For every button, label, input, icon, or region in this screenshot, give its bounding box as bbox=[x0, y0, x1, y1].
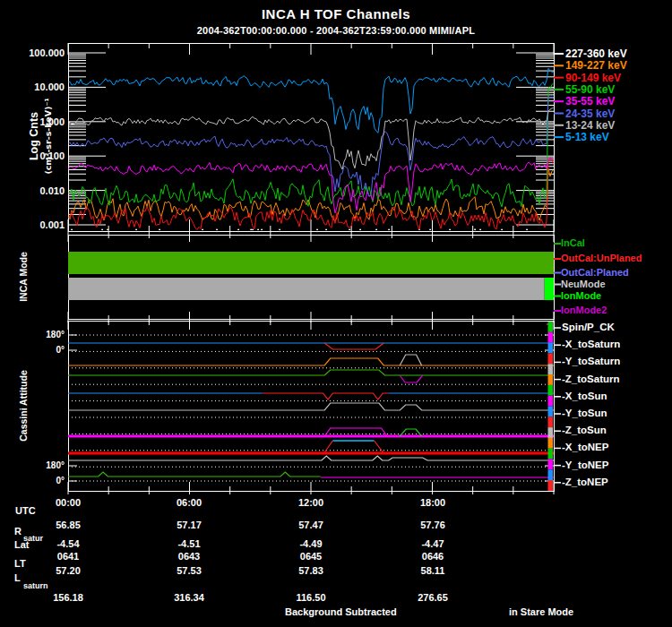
flux-legend-149-227 keV: 149-227 keV bbox=[565, 60, 627, 71]
ephemeris-row-sublabel-L: saturn bbox=[23, 582, 48, 590]
ephemeris-value: 57.83 bbox=[298, 566, 323, 576]
ephemeris-value: -4.51 bbox=[177, 539, 200, 549]
flux-ytick-label: 0.010 bbox=[39, 186, 65, 196]
mode-band-upper bbox=[68, 252, 554, 274]
attitude-trace--Z_toSaturn-segment bbox=[400, 375, 423, 382]
flux-trace-5-13 keV bbox=[68, 68, 554, 133]
flux-trace-227-360 keV bbox=[359, 229, 361, 231]
panel-flux-border bbox=[69, 44, 555, 232]
mode-legend-OutCal:Planed: OutCal:Planed bbox=[561, 268, 629, 278]
attitude-trace--Z_toNEP bbox=[68, 456, 554, 460]
attitude-edge-strip bbox=[548, 364, 554, 374]
flux-ytick-label: 0.100 bbox=[39, 151, 65, 161]
flux-ytick-label: 10.000 bbox=[34, 82, 65, 92]
flux-legend-5-13 keV: 5-13 keV bbox=[565, 132, 609, 142]
flux-trace-227-360 keV bbox=[375, 229, 377, 231]
utc-tick-label: 18:00 bbox=[420, 498, 445, 508]
attitude-edge-strip bbox=[548, 469, 554, 480]
flux-ytick-label: 0.001 bbox=[39, 220, 65, 230]
attitude-trace--Z_toSaturn bbox=[68, 370, 554, 375]
flux-trace-227-360 keV bbox=[349, 229, 350, 231]
ephemeris-value: 57.17 bbox=[177, 520, 202, 530]
attitude-edge-strip bbox=[548, 322, 554, 332]
utc-tick-label: 06:00 bbox=[177, 498, 202, 508]
attitude-ytick-label: 0° bbox=[56, 477, 65, 485]
ephemeris-value: 57.20 bbox=[56, 566, 81, 576]
attitude-ytick-label: 0° bbox=[56, 346, 65, 355]
ephemeris-row-label-L: L bbox=[14, 573, 21, 583]
ephemeris-value: 57.76 bbox=[420, 520, 445, 530]
attitude-trace--Z_toNEP-green bbox=[68, 472, 321, 477]
utc-tick-label: 00:00 bbox=[56, 498, 81, 508]
attitude-edge-strip bbox=[548, 449, 554, 460]
attitude-trace--X_toSun bbox=[263, 393, 389, 399]
flux-trace-227-360 keV bbox=[71, 229, 73, 231]
mode-legend-OutCal:UnPlaned: OutCal:UnPlaned bbox=[561, 253, 642, 263]
flux-ytick-label: 1.000 bbox=[39, 117, 65, 127]
flux-trace-227-360 keV bbox=[279, 229, 280, 231]
attitude-legend-Spin/P_CK: Spin/P_CK bbox=[562, 322, 615, 333]
attitude-trace--Y_toSaturn bbox=[68, 358, 554, 365]
flux-trace-227-360 keV bbox=[159, 229, 160, 231]
flux-trace-227-360 keV bbox=[252, 229, 254, 231]
flux-trace-227-360 keV bbox=[474, 229, 476, 231]
flux-trace-227-360 keV bbox=[429, 229, 431, 231]
flux-legend-35-55 keV: 35-55 keV bbox=[565, 96, 615, 107]
ephemeris-value: 156.18 bbox=[53, 593, 83, 603]
flux-trace-227-360 keV bbox=[526, 229, 528, 231]
flux-trace-227-360 keV bbox=[388, 229, 390, 231]
attitude-legend--Z_toNEP: -Z_toNEP bbox=[562, 477, 608, 488]
ephemeris-value: 57.53 bbox=[177, 566, 202, 576]
footer-mode-note: in Stare Mode bbox=[509, 607, 573, 617]
attitude-edge-strip bbox=[548, 385, 554, 396]
flux-trace-227-360 keV bbox=[501, 229, 503, 231]
flux-trace-227-360 keV bbox=[325, 229, 327, 231]
flux-legend-13-24 keV: 13-24 keV bbox=[565, 120, 615, 131]
attitude-legend--Z_toSun: -Z_toSun bbox=[562, 425, 607, 436]
attitude-trace--Y_toSaturn-segment bbox=[400, 355, 421, 365]
flux-legend-227-360 keV: 227-360 keV bbox=[565, 48, 627, 59]
attitude-edge-strip bbox=[548, 407, 554, 417]
attitude-edge-strip bbox=[548, 417, 554, 427]
mode-legend-NeuMode: NeuMode bbox=[561, 279, 606, 289]
flux-legend-90-149 keV: 90-149 keV bbox=[565, 73, 621, 83]
attitude-ytick-label: 180° bbox=[46, 461, 65, 470]
flux-legend-55-90 keV: 55-90 keV bbox=[565, 84, 615, 95]
page-title: INCA H TOF Channels bbox=[262, 7, 410, 21]
flux-trace-227-360 keV bbox=[250, 229, 252, 231]
flux-trace-227-360 keV bbox=[316, 229, 318, 231]
mode-legend-InCal: InCal bbox=[561, 238, 585, 248]
attitude-trace--Y_toSun bbox=[68, 403, 554, 410]
flux-y-axis-label: Log Cnts bbox=[29, 112, 40, 160]
flux-trace-55-90 keV bbox=[68, 83, 554, 207]
attitude-edge-strip bbox=[548, 438, 554, 449]
ephemeris-value: 56.85 bbox=[56, 520, 81, 530]
mode-y-axis-label: INCA Mode bbox=[19, 252, 29, 302]
attitude-edge-strip bbox=[548, 343, 554, 354]
flux-y-axis-units: (cm²-sr-s-keV)⁻¹ bbox=[44, 98, 53, 174]
panel-mode-border bbox=[69, 236, 555, 320]
flux-trace-13-24 keV bbox=[68, 108, 554, 170]
ephemeris-value: 116.50 bbox=[296, 593, 325, 603]
ephemeris-value: 276.65 bbox=[418, 593, 448, 603]
attitude-ytick-label: 180° bbox=[46, 331, 65, 339]
attitude-legend--Z_toSaturn: -Z_toSaturn bbox=[562, 374, 620, 385]
ephemeris-value: -4.49 bbox=[299, 539, 322, 549]
attitude-legend--X_toNEP: -X_toNEP bbox=[562, 442, 608, 453]
attitude-edge-strip bbox=[548, 427, 554, 438]
attitude-trace--X_toNEP-ramp-a bbox=[324, 441, 333, 453]
ephemeris-value: 0643 bbox=[178, 552, 200, 562]
ephemeris-row-label-LT: LT bbox=[14, 559, 26, 569]
ephemeris-value: 0646 bbox=[422, 552, 444, 562]
flux-trace-35-55 keV bbox=[68, 158, 554, 213]
flux-trace-227-360 keV bbox=[216, 229, 218, 231]
utc-tick-label: 12:00 bbox=[298, 498, 323, 508]
attitude-edge-strip bbox=[548, 374, 554, 385]
ephemeris-value: 58.11 bbox=[421, 566, 445, 576]
flux-ytick-label: 100.000 bbox=[29, 48, 65, 58]
flux-trace-227-360 keV bbox=[202, 229, 203, 231]
attitude-edge-strip bbox=[548, 460, 554, 470]
flux-trace-227-360 keV bbox=[261, 229, 263, 231]
flux-legend-24-35 keV: 24-35 keV bbox=[565, 108, 615, 119]
flux-trace-24-35 keV bbox=[68, 97, 554, 196]
